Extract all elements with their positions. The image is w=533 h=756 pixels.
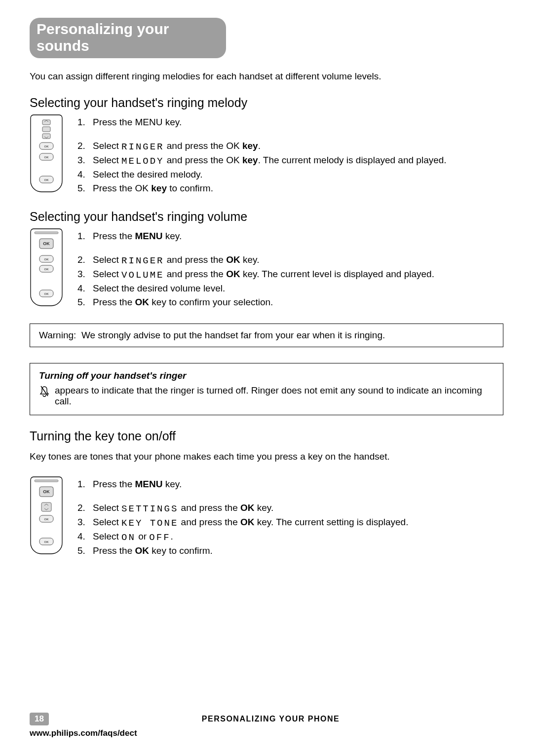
step: Press the MENU key.	[88, 117, 447, 128]
page-title: Personalizing your sounds	[30, 18, 226, 58]
step: Select MELODY and press the OK key. The …	[88, 155, 447, 166]
steps-volume: Press the MENU key. Select RINGER and pr…	[74, 228, 434, 311]
svg-rect-1	[42, 127, 50, 132]
svg-text:OK: OK	[44, 292, 49, 295]
lcd-text: OFF	[149, 532, 170, 543]
intro-text: You can assign different ringing melodie…	[30, 71, 503, 82]
step: Press the MENU key.	[88, 479, 408, 490]
step: Press the OK key to confirm.	[88, 545, 408, 556]
page-footer: 18 PERSONALIZING YOUR PHONE www.philips.…	[30, 713, 503, 738]
handset-illustration: OK OK OK	[30, 114, 63, 195]
svg-text:OK: OK	[44, 258, 49, 261]
svg-text:OK: OK	[43, 489, 50, 494]
svg-text:OK: OK	[44, 179, 49, 181]
step: Select the desired melody.	[88, 169, 447, 180]
ringer-off-icon	[39, 385, 50, 400]
section-heading-volume: Selecting your handset's ringing volume	[30, 210, 503, 224]
keytone-intro: Key tones are tones that your phone make…	[30, 451, 503, 462]
step: Press the OK key to confirm your selecti…	[88, 297, 434, 308]
svg-text:OK: OK	[44, 145, 49, 148]
steps-melody: Press the MENU key. Select RINGER and pr…	[74, 114, 447, 197]
step: Select ON or OFF.	[88, 531, 408, 542]
handset-illustration: OK OK OK OK	[30, 228, 63, 309]
steps-keytone: Press the MENU key. Select SETTINGS and …	[74, 476, 408, 559]
step: Select SETTINGS and press the OK key.	[88, 503, 408, 514]
ringer-off-title: Turning off your handset's ringer	[39, 370, 494, 381]
section-heading-melody: Selecting your handset's ringing melody	[30, 96, 503, 110]
footer-url: www.philips.com/faqs/dect	[30, 728, 503, 738]
warning-box: Warning: We strongly advise to put the h…	[30, 324, 503, 347]
step: Select VOLUME and press the OK key. The …	[88, 269, 434, 280]
lcd-text: VOLUME	[121, 270, 164, 281]
step: Select RINGER and press the OK key.	[88, 141, 447, 152]
section-heading-keytone: Turning the key tone on/off	[30, 429, 503, 443]
footer-section-title: PERSONALIZING YOUR PHONE	[58, 715, 484, 723]
svg-rect-19	[35, 480, 58, 482]
lcd-text: MELODY	[121, 156, 164, 167]
lcd-text: SETTINGS	[121, 504, 178, 514]
svg-text:OK: OK	[44, 156, 49, 159]
ringer-off-text: appears to indicate that the ringer is t…	[55, 385, 494, 407]
svg-text:OK: OK	[43, 241, 50, 246]
svg-text:OK: OK	[44, 540, 49, 543]
lcd-text: KEY TONE	[121, 518, 178, 529]
ringer-off-box: Turning off your handset's ringer appear…	[30, 363, 503, 415]
step: Select RINGER and press the OK key.	[88, 254, 434, 266]
handset-illustration: OK OK OK	[30, 476, 63, 557]
lcd-text: RINGER	[121, 255, 164, 266]
step: Select the desired volume level.	[88, 283, 434, 294]
step: Press the MENU key.	[88, 231, 434, 242]
svg-rect-9	[35, 232, 58, 234]
lcd-text: ON	[121, 532, 136, 543]
step: Select KEY TONE and press the OK key. Th…	[88, 517, 408, 528]
page-number: 18	[30, 713, 49, 725]
lcd-text: RINGER	[121, 142, 164, 152]
svg-text:OK: OK	[44, 268, 49, 271]
svg-text:OK: OK	[44, 518, 49, 521]
step: Press the OK key to confirm.	[88, 183, 447, 194]
